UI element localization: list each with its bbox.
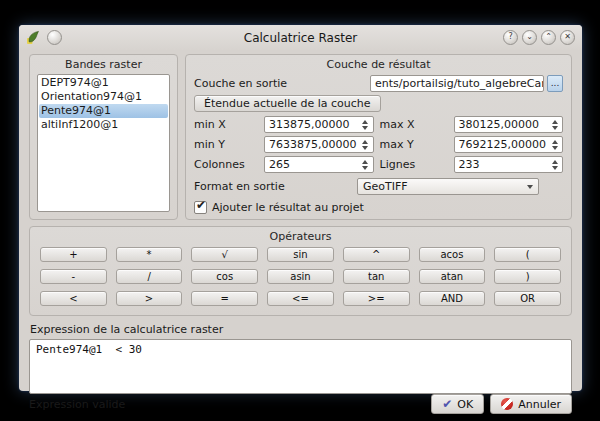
max-x-label: max X <box>380 118 448 131</box>
expression-label: Expression de la calculatrice raster <box>30 323 572 336</box>
min-y-value: 7633875,00000 <box>269 138 356 151</box>
spin-arrows-icon[interactable] <box>361 117 370 132</box>
rows-value: 233 <box>459 158 480 171</box>
ok-button-label: OK <box>457 398 473 411</box>
cancel-button[interactable]: Annuler <box>490 394 572 414</box>
columns-value: 265 <box>269 158 290 171</box>
operator-minus-button[interactable]: - <box>40 269 107 284</box>
operators-group-title: Opérateurs <box>30 227 571 244</box>
rows-label: Lignes <box>380 158 448 171</box>
spin-up-icon[interactable] <box>552 140 558 144</box>
spin-arrows-icon[interactable] <box>361 157 370 172</box>
operator-asin-button[interactable]: asin <box>267 269 334 284</box>
list-item[interactable]: altiInf1200@1 <box>39 118 168 132</box>
add-result-to-project-label: Ajouter le résultat au projet <box>212 201 364 214</box>
list-item[interactable]: Orientation974@1 <box>39 90 168 104</box>
min-x-label: min X <box>194 118 258 131</box>
operator-equals-button[interactable]: = <box>191 291 258 306</box>
list-item-selected[interactable]: Pente974@1 <box>39 104 168 118</box>
spin-arrows-icon[interactable] <box>361 137 370 152</box>
output-format-dropdown[interactable]: GeoTIFF <box>357 178 539 195</box>
ok-button[interactable]: ✔ OK <box>431 394 484 414</box>
ok-check-icon: ✔ <box>442 398 452 410</box>
desktop: { "window": { "title": "Calculatrice Ras… <box>0 0 600 421</box>
max-x-spinbox[interactable]: 380125,00000 <box>454 116 563 133</box>
operator-close-paren-button[interactable]: ) <box>494 269 561 284</box>
spin-up-icon[interactable] <box>362 160 368 164</box>
spin-up-icon[interactable] <box>362 120 368 124</box>
footer: Expression valide ✔ OK Annuler <box>29 394 572 414</box>
shade-button[interactable]: ⌄ <box>522 30 537 45</box>
output-format-label: Format en sortie <box>194 180 357 193</box>
maximize-button[interactable]: ⌃ <box>541 30 556 45</box>
output-format-value: GeoTIFF <box>363 180 408 193</box>
raster-calculator-dialog: Calculatrice Raster ? ⌄ ⌃ ✕ Bandes raste… <box>19 25 582 391</box>
raster-bands-list[interactable]: DEPT974@1 Orientation974@1 Pente974@1 al… <box>37 74 170 212</box>
operator-tan-button[interactable]: tan <box>343 269 410 284</box>
cancel-slash-icon <box>501 398 513 410</box>
operator-or-button[interactable]: OR <box>494 291 561 306</box>
spin-down-icon[interactable] <box>362 146 368 150</box>
max-y-label: max Y <box>380 138 448 151</box>
operator-greater-than-button[interactable]: > <box>116 291 183 306</box>
max-y-spinbox[interactable]: 7692125,00000 <box>454 136 563 153</box>
columns-label: Colonnes <box>194 158 258 171</box>
spin-up-icon[interactable] <box>552 160 558 164</box>
close-button[interactable]: ✕ <box>560 30 575 45</box>
checkmark-icon: ✔ <box>196 198 206 212</box>
titlebar[interactable]: Calculatrice Raster ? ⌄ ⌃ ✕ <box>19 25 582 50</box>
operator-divide-button[interactable]: / <box>116 269 183 284</box>
result-layer-group: Couche de résultat Couche en sortie ents… <box>185 54 572 220</box>
expression-textarea[interactable]: Pente974@1 < 30 <box>29 339 572 394</box>
operator-power-button[interactable]: ^ <box>343 247 410 262</box>
window-title: Calculatrice Raster <box>19 31 582 45</box>
operator-open-paren-button[interactable]: ( <box>494 247 561 262</box>
spin-arrows-icon[interactable] <box>550 117 559 132</box>
operator-sqrt-button[interactable]: √ <box>191 247 258 262</box>
min-x-value: 313875,00000 <box>269 118 349 131</box>
current-layer-extent-button[interactable]: Étendue actuelle de la couche <box>194 95 381 112</box>
output-layer-label: Couche en sortie <box>194 77 370 90</box>
operators-group: Opérateurs + * √ sin ^ acos ( - / cos as… <box>29 226 572 316</box>
spin-up-icon[interactable] <box>552 120 558 124</box>
min-x-spinbox[interactable]: 313875,00000 <box>264 116 373 133</box>
expression-section: Expression de la calculatrice raster Pen… <box>29 323 572 394</box>
add-result-to-project-checkbox[interactable]: ✔ <box>194 201 207 214</box>
spin-down-icon[interactable] <box>362 166 368 170</box>
operator-multiply-button[interactable]: * <box>116 247 183 262</box>
operator-plus-button[interactable]: + <box>40 247 107 262</box>
operator-greater-equal-button[interactable]: >= <box>343 291 410 306</box>
help-button[interactable]: ? <box>503 30 518 45</box>
chevron-down-icon <box>527 185 533 189</box>
spin-down-icon[interactable] <box>362 126 368 130</box>
qgis-app-icon <box>26 30 41 45</box>
operator-sin-button[interactable]: sin <box>267 247 334 262</box>
dialog-content: Bandes raster DEPT974@1 Orientation974@1… <box>19 50 582 421</box>
output-layer-input[interactable]: ents/portailsig/tuto_algebreCarte/penteI… <box>370 75 544 92</box>
spin-down-icon[interactable] <box>552 166 558 170</box>
result-layer-group-title: Couche de résultat <box>186 55 571 72</box>
min-y-label: min Y <box>194 138 258 151</box>
operator-cos-button[interactable]: cos <box>191 269 258 284</box>
spin-down-icon[interactable] <box>552 146 558 150</box>
max-y-value: 7692125,00000 <box>459 138 546 151</box>
spin-down-icon[interactable] <box>552 126 558 130</box>
operator-less-equal-button[interactable]: <= <box>267 291 334 306</box>
expression-status-text: Expression valide <box>29 398 125 411</box>
list-item[interactable]: DEPT974@1 <box>39 76 168 90</box>
operator-and-button[interactable]: AND <box>419 291 486 306</box>
min-y-spinbox[interactable]: 7633875,00000 <box>264 136 373 153</box>
window-menu-button[interactable] <box>47 30 62 45</box>
cancel-button-label: Annuler <box>518 398 561 411</box>
browse-button[interactable]: ... <box>547 75 563 92</box>
operator-atan-button[interactable]: atan <box>419 269 486 284</box>
columns-spinbox[interactable]: 265 <box>264 156 373 173</box>
operator-acos-button[interactable]: acos <box>419 247 486 262</box>
operator-less-than-button[interactable]: < <box>40 291 107 306</box>
rows-spinbox[interactable]: 233 <box>454 156 563 173</box>
max-x-value: 380125,00000 <box>459 118 539 131</box>
spin-arrows-icon[interactable] <box>550 157 559 172</box>
spin-arrows-icon[interactable] <box>550 137 559 152</box>
raster-bands-group-title: Bandes raster <box>30 55 177 72</box>
spin-up-icon[interactable] <box>362 140 368 144</box>
